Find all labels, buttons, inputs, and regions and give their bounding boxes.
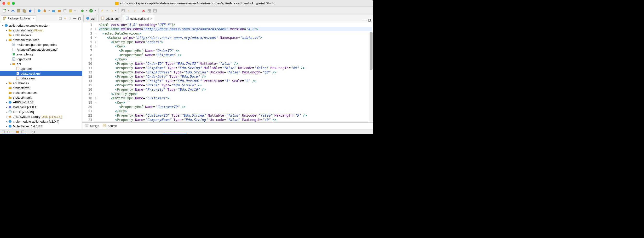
- forward-nav-icon[interactable]: [132, 9, 137, 13]
- minimize-window-button[interactable]: [7, 2, 10, 5]
- new-icon[interactable]: [2, 9, 7, 13]
- redo-dropdown[interactable]: ▾: [115, 10, 117, 12]
- redo-icon[interactable]: [109, 9, 114, 13]
- new-dropdown[interactable]: ▾: [8, 10, 10, 12]
- status-icon-3[interactable]: [16, 130, 20, 134]
- save-all-icon[interactable]: [22, 9, 27, 13]
- package-explorer-tab[interactable]: Package Explorer ✕: [1, 15, 36, 22]
- maximize-editor-icon[interactable]: ▢: [368, 18, 371, 22]
- traffic-lights: [2, 2, 15, 5]
- svg-rect-39: [16, 77, 19, 80]
- undo-icon[interactable]: [100, 9, 105, 13]
- tree-license[interactable]: AnypointTemplateLicense.pdf: [0, 47, 82, 52]
- coverage-dropdown[interactable]: ▾: [74, 10, 76, 12]
- editor-toolbar-right: — ▢: [362, 18, 372, 22]
- grid-icon[interactable]: [147, 9, 152, 13]
- status-icon-5[interactable]: —: [26, 130, 30, 134]
- tree-project[interactable]: ▾apikit-odata-example-master: [0, 23, 82, 28]
- home-icon[interactable]: [28, 9, 32, 13]
- tree-mule-server[interactable]: ▸Mule Server 4.4.0 EE: [0, 124, 82, 129]
- mule-project-icon: [4, 24, 8, 27]
- terminal-icon[interactable]: [121, 9, 126, 13]
- status-icon-4[interactable]: [21, 130, 25, 134]
- close-window-button[interactable]: [2, 2, 5, 5]
- editor-tab-api[interactable]: api: [84, 15, 97, 22]
- code-content[interactable]: <?xml version="1.0" encoding="UTF-8"?><e…: [97, 22, 373, 122]
- scrollbar-thumb[interactable]: [370, 32, 372, 70]
- run-icon[interactable]: [89, 9, 94, 13]
- code-editor[interactable]: 1234567891011121314151617181920212223 ⊖⊖…: [82, 22, 373, 122]
- layout-icon[interactable]: [152, 9, 158, 13]
- run-dropdown[interactable]: ▾: [94, 10, 96, 12]
- tree-http[interactable]: ▸HTTP [v1.5.19]: [0, 109, 82, 114]
- mule-icon[interactable]: [37, 9, 42, 13]
- design-tab[interactable]: Design: [85, 124, 99, 128]
- view-menu-icon[interactable]: ⋮: [68, 17, 72, 20]
- maximize-window-button[interactable]: [12, 2, 15, 5]
- tree-api-libraries[interactable]: ▸api.libraries: [0, 81, 82, 85]
- tree-database[interactable]: ▸Database [v1.8.1]: [0, 105, 82, 109]
- status-icon-1[interactable]: [2, 130, 5, 134]
- tree-src-main-mule[interactable]: ▸src/main/mule(Flows): [0, 28, 82, 33]
- svg-rect-19: [148, 11, 149, 12]
- back-nav-icon[interactable]: [126, 9, 131, 13]
- status-bar: — ▢: [0, 129, 373, 134]
- tree-example-sql[interactable]: example.sql: [0, 52, 82, 57]
- link-editor-icon[interactable]: [64, 17, 67, 20]
- svg-rect-17: [148, 9, 149, 11]
- tree-src-test-java[interactable]: src/test/java: [0, 85, 82, 90]
- status-tab-indicator-2: [163, 134, 187, 134]
- minimize-view-icon[interactable]: —: [73, 17, 76, 20]
- tree-log4j[interactable]: Xlog4j2.xml: [0, 57, 82, 61]
- source-tab[interactable]: Source: [103, 124, 117, 128]
- svg-rect-59: [16, 131, 19, 133]
- tree-odata-raml[interactable]: odata.raml: [0, 76, 82, 81]
- svg-text:X: X: [126, 18, 128, 19]
- svg-point-5: [38, 9, 40, 12]
- sidebar: Package Explorer ✕ ⋮ — ▢ ▾apikit-odata-e…: [0, 15, 82, 129]
- vertical-scrollbar[interactable]: [370, 32, 373, 122]
- deploy-dropdown[interactable]: ▾: [48, 10, 50, 12]
- app-icon: [115, 2, 118, 5]
- tree-apikit[interactable]: ▸APIKit [v1.3.13]: [0, 100, 82, 105]
- fold-gutter[interactable]: ⊖⊖⊖⊖⊖⊖⊖: [94, 22, 97, 122]
- exchange-icon[interactable]: [10, 9, 15, 13]
- tree-src-test-munit[interactable]: src/test/munit: [0, 95, 82, 100]
- status-icon-2[interactable]: [7, 130, 10, 134]
- tree-mule-config[interactable]: mule-configuration.properties: [0, 42, 82, 47]
- close-icon[interactable]: ✕: [32, 17, 34, 20]
- tree-jre[interactable]: ▸JRE System Library[JRE [11.0.15]]: [0, 114, 82, 119]
- stop-icon[interactable]: [141, 9, 146, 13]
- close-icon[interactable]: ✕: [150, 17, 152, 20]
- collapse-all-icon[interactable]: [59, 17, 62, 20]
- tree-odata-csdl[interactable]: Xodata.csdl.xml: [0, 71, 82, 76]
- svg-rect-10: [64, 10, 66, 12]
- editor-tab-odata-raml[interactable]: odata.raml: [98, 15, 122, 22]
- undo-dropdown[interactable]: ▾: [106, 10, 108, 12]
- test-icon[interactable]: [62, 9, 67, 13]
- coverage-icon[interactable]: [68, 9, 73, 13]
- tree-src-test-resources[interactable]: src/test/resources: [0, 90, 82, 95]
- tree-src-main-java[interactable]: src/main/java: [0, 33, 82, 38]
- xml-file-icon: X: [16, 72, 20, 75]
- minimize-editor-icon[interactable]: —: [364, 18, 366, 22]
- maximize-view-icon[interactable]: ▢: [78, 17, 81, 20]
- export-icon[interactable]: [57, 9, 62, 13]
- window-title: studio-workspace - apikit-odata-example-…: [20, 2, 371, 5]
- debug-dropdown[interactable]: ▾: [86, 10, 88, 12]
- tree-mule-module[interactable]: ▸mule-module-apikit-odata [v2.0.4]: [0, 119, 82, 124]
- raml-file-icon: [16, 76, 20, 80]
- import-icon[interactable]: [51, 9, 56, 13]
- editor-tab-odata-csdl[interactable]: X odata.csdl.xml ✕: [123, 15, 155, 22]
- tree-api-folder[interactable]: ▾api: [0, 61, 82, 66]
- package-explorer-icon: [3, 17, 6, 21]
- save-icon[interactable]: [16, 9, 21, 13]
- tree-api-raml[interactable]: api.raml: [0, 66, 82, 71]
- debug-icon[interactable]: [80, 9, 85, 13]
- tree-src-main-resources[interactable]: ▾src/main/resources: [0, 38, 82, 42]
- status-icon-6[interactable]: ▢: [32, 130, 35, 134]
- svg-rect-9: [58, 10, 60, 12]
- project-tree: ▾apikit-odata-example-master ▸src/main/m…: [0, 22, 82, 129]
- source-tab-label: Source: [108, 124, 117, 128]
- deploy-icon[interactable]: [42, 9, 47, 13]
